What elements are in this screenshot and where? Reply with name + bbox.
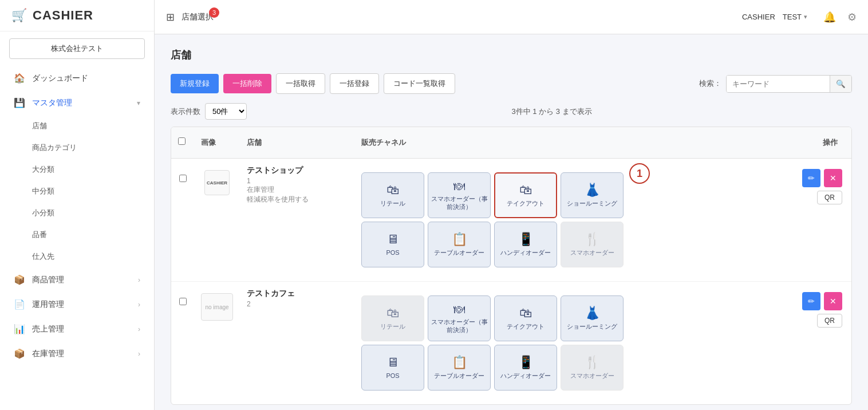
sidebar-label-master: マスタ管理 — [32, 98, 72, 108]
sidebar-subitem-small-category[interactable]: 小分類 — [0, 202, 154, 224]
sidebar-subitem-product-number[interactable]: 品番 — [0, 224, 154, 246]
col-store: 店舗 — [240, 133, 354, 152]
channel-takeout-1[interactable]: 🛍 テイクアウト — [494, 172, 557, 218]
user-menu[interactable]: CASHIER TEST ▾ — [742, 12, 807, 22]
bulk-register-button[interactable]: 一括登録 — [330, 73, 379, 94]
row2-checkbox[interactable] — [179, 298, 187, 305]
chevron-right-icon-2: › — [138, 301, 140, 309]
chevron-right-icon-3: › — [138, 325, 140, 333]
channel-smartorder-1[interactable]: 🍴 スマホオーダー — [561, 222, 624, 267]
sidebar-item-master[interactable]: 💾 マスタ管理 ▾ — [0, 90, 154, 115]
row1-store-info: テストショップ 1 在庫管理 軽減税率を使用する — [240, 159, 354, 211]
row2-store-info: テストカフェ 2 — [240, 282, 354, 315]
store-select-button[interactable]: 店舗選択 3 — [182, 12, 214, 22]
channel-pos-2[interactable]: 🖥 POS — [361, 345, 424, 391]
channel-retail-1[interactable]: 🛍 リテール — [361, 172, 424, 218]
grid-icon[interactable]: ⊞ — [166, 11, 175, 23]
search-input[interactable] — [727, 76, 830, 92]
code-list-button[interactable]: コード一覧取得 — [384, 73, 455, 94]
showroom-label: ショールーミング — [567, 200, 617, 207]
company-name[interactable]: 株式会社テスト — [9, 38, 145, 59]
chevron-right-icon: › — [138, 276, 140, 284]
toolbar: 新規登録 一括削除 一括取得 一括登録 コード一覧取得 検索： 🔍 — [171, 73, 852, 94]
takeout-icon-2: 🛍 — [519, 306, 532, 321]
channel-smartorder-pre-2[interactable]: 🍽 スマホオーダー（事前決済） — [428, 295, 491, 341]
channel-tableorder-1[interactable]: 📋 テーブルオーダー — [428, 222, 491, 267]
row2-edit-button[interactable]: ✏ — [802, 292, 820, 310]
store-badge: 3 — [209, 7, 219, 18]
smartorder-icon: 🍴 — [585, 232, 600, 247]
row2-action-row: ✏ ✕ — [802, 292, 842, 310]
row1-checkbox-cell — [171, 159, 194, 189]
row2-store-id: 2 — [247, 300, 348, 308]
smartorder-pre-icon: 🍽 — [453, 180, 465, 193]
cart-icon: 🛒 — [11, 8, 27, 23]
sidebar-subitem-large-category[interactable]: 大分類 — [0, 159, 154, 180]
col-checkbox — [171, 133, 194, 152]
main-content: ⊞ 店舗選択 3 CASHIER TEST ▾ 🔔 ⚙ 店舗 新規登録 一括削除… — [155, 0, 868, 410]
row1-delete-button[interactable]: ✕ — [824, 169, 842, 187]
bulk-get-button[interactable]: 一括取得 — [276, 73, 325, 94]
channel-pos-1[interactable]: 🖥 POS — [361, 222, 424, 267]
page-title: 店舗 — [171, 48, 852, 62]
sidebar-subitem-store[interactable]: 店舗 — [0, 115, 154, 137]
channel-showroom-1[interactable]: 👗 ショールーミング — [561, 172, 624, 218]
handy-label-2: ハンディオーダー — [500, 372, 551, 380]
channel-smartorder-2[interactable]: 🍴 スマホオーダー — [561, 345, 624, 391]
bell-icon[interactable]: 🔔 — [823, 11, 836, 23]
sidebar-item-inventory[interactable]: 📦 在庫管理 › — [0, 341, 154, 366]
channel-smartorder-pre-1[interactable]: 🍽 スマホオーダー（事前決済） — [428, 172, 491, 218]
row2-qr-button[interactable]: QR — [817, 314, 842, 328]
col-channel: 販売チャネル — [354, 133, 783, 152]
row2-image-cell: no image — [194, 282, 240, 328]
bulk-delete-button[interactable]: 一括削除 — [223, 74, 271, 93]
channel-takeout-2[interactable]: 🛍 テイクアウト — [494, 295, 557, 341]
sidebar-item-operations[interactable]: 📄 運用管理 › — [0, 292, 154, 317]
sidebar-logo: 🛒 CASHIER — [0, 0, 154, 31]
row1-store-name: テストショップ — [247, 165, 348, 176]
row1-action-row: ✏ ✕ — [802, 169, 842, 187]
channel-retail-2[interactable]: 🛍 リテール — [361, 295, 424, 341]
sidebar-subitem-product-category[interactable]: 商品カテゴリ — [0, 137, 154, 159]
takeout-label-2: テイクアウト — [507, 323, 545, 330]
row2-delete-button[interactable]: ✕ — [824, 292, 842, 310]
pos-icon: 🖥 — [386, 232, 399, 247]
sidebar-item-product[interactable]: 📦 商品管理 › — [0, 267, 154, 292]
retail-label: リテール — [380, 200, 405, 207]
page-content: 店舗 新規登録 一括削除 一括取得 一括登録 コード一覧取得 検索： 🔍 表示件… — [155, 34, 868, 410]
channel-handy-2[interactable]: 📱 ハンディオーダー — [494, 345, 557, 391]
sidebar-subitem-supplier[interactable]: 仕入先 — [0, 246, 154, 267]
channel-handy-1[interactable]: 📱 ハンディオーダー — [494, 222, 557, 267]
smartorder-pre-icon-2: 🍽 — [453, 303, 465, 316]
table-controls: 表示件数 50件 10件 20件 100件 3件中 1 から 3 まで表示 — [171, 103, 852, 120]
row1-qr-button[interactable]: QR — [817, 191, 842, 204]
row2-store-name: テストカフェ — [247, 289, 348, 299]
sidebar-subitem-mid-category[interactable]: 中分類 — [0, 180, 154, 202]
chart-icon: 📊 — [14, 324, 25, 334]
pos-icon-2: 🖥 — [386, 355, 399, 370]
sidebar-label-sales: 売上管理 — [32, 324, 64, 334]
row1-edit-button[interactable]: ✏ — [802, 169, 820, 187]
retail-icon-2: 🛍 — [386, 306, 399, 321]
sidebar-label-product: 商品管理 — [32, 275, 64, 285]
select-all-checkbox[interactable] — [178, 137, 186, 145]
table-row: CASHIER テストショップ 1 在庫管理 軽減税率を使用する 🛍 — [171, 159, 851, 282]
search-button[interactable]: 🔍 — [830, 76, 851, 92]
row2-actions-cell: ✏ ✕ QR — [783, 282, 851, 334]
row1-channel-grid: 🛍 リテール 🍽 スマホオーダー（事前決済） 🛍 テイクアウト — [361, 165, 624, 274]
settings-icon[interactable]: ⚙ — [847, 11, 857, 23]
user-name: CASHIER TEST — [742, 12, 802, 22]
channel-showroom-2[interactable]: 👗 ショールーミング — [561, 295, 624, 341]
sidebar-item-dashboard[interactable]: 🏠 ダッシュボード — [0, 66, 154, 90]
tableorder-icon: 📋 — [452, 232, 467, 247]
display-count-select[interactable]: 50件 10件 20件 100件 — [205, 103, 247, 120]
smartorder-label: スマホオーダー — [570, 249, 614, 257]
channel-tableorder-2[interactable]: 📋 テーブルオーダー — [428, 345, 491, 391]
new-register-button[interactable]: 新規登録 — [171, 74, 219, 93]
row1-store-id: 1 — [247, 177, 348, 185]
takeout-icon: 🛍 — [519, 183, 532, 198]
retail-icon: 🛍 — [386, 183, 399, 198]
row2-store-image: no image — [201, 293, 233, 321]
row1-checkbox[interactable] — [179, 175, 187, 182]
sidebar-item-sales[interactable]: 📊 売上管理 › — [0, 317, 154, 341]
